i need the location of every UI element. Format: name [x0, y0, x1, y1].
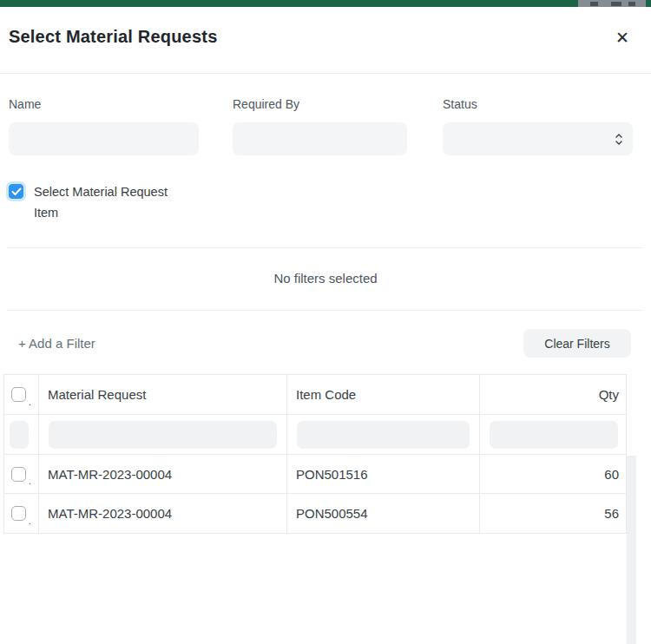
close-button[interactable]: ✕ [609, 24, 635, 50]
required-by-input[interactable] [233, 122, 407, 155]
add-filter-link[interactable]: + Add a Filter [18, 336, 95, 351]
name-field: Name [9, 97, 199, 155]
item-code-filter-cell [287, 415, 480, 454]
row-checkbox-cell: . [4, 455, 39, 493]
column-header-material-request: Material Request [39, 375, 287, 414]
table-row[interactable]: . MAT-MR-2023-00004 PON500554 56 [4, 494, 626, 533]
results-table: . Material Request Item Code Qty . [3, 374, 627, 534]
select-material-request-item-row: Select Material Request Item [9, 181, 183, 223]
column-header-qty: Qty [480, 375, 628, 414]
status-field: Status [443, 97, 633, 155]
close-icon: ✕ [615, 28, 629, 47]
fragment-green [646, 0, 651, 7]
material-request-filter-cell [39, 415, 287, 454]
checkbox-label: Select Material Request Item [34, 181, 183, 223]
table-row[interactable]: . MAT-MR-2023-00004 PON501516 60 [4, 455, 626, 494]
required-by-field: Required By [233, 97, 407, 155]
select-material-request-item-checkbox[interactable] [9, 184, 23, 199]
table-filter-row [4, 415, 626, 455]
truncated-text-dot: . [29, 398, 31, 414]
navbar-strip [0, 0, 578, 7]
fragment-dash [611, 2, 621, 6]
clear-filters-button[interactable]: Clear Filters [523, 329, 631, 358]
name-field-label: Name [9, 97, 199, 111]
item-code-filter-input[interactable] [297, 421, 470, 449]
qty-cell: 60 [480, 455, 628, 493]
status-select[interactable] [443, 122, 633, 155]
row-checkbox-cell: . [4, 494, 39, 533]
divider [7, 310, 644, 311]
page-behind-strip [0, 0, 651, 7]
material-request-filter-input[interactable] [49, 421, 277, 449]
checkbox-column-filter-cell [4, 415, 39, 454]
fragment-dash [628, 2, 635, 6]
item-code-cell: PON500554 [287, 494, 480, 533]
name-input[interactable] [9, 122, 199, 155]
divider [7, 247, 644, 248]
qty-cell: 56 [480, 494, 628, 533]
dialog-title: Select Material Requests [9, 27, 217, 47]
checkbox-column-filter [10, 421, 29, 449]
column-header-item-code: Item Code [287, 375, 480, 414]
fragment-dash [590, 2, 598, 6]
dialog-header: Select Material Requests ✕ [0, 7, 651, 74]
material-request-cell[interactable]: MAT-MR-2023-00004 [39, 455, 287, 493]
truncated-text-dot: . [29, 516, 31, 533]
filters-empty-text: No filters selected [0, 271, 651, 286]
required-by-field-label: Required By [233, 97, 407, 111]
truncated-text-dot: . [29, 476, 31, 493]
table-scrollbar-track[interactable] [627, 456, 636, 644]
row-checkbox[interactable] [11, 506, 26, 521]
qty-filter-input[interactable] [490, 421, 618, 449]
status-field-label: Status [443, 97, 633, 111]
table-header-row: . Material Request Item Code Qty [4, 375, 626, 415]
qty-filter-cell [480, 415, 628, 454]
material-request-cell[interactable]: MAT-MR-2023-00004 [39, 494, 287, 533]
select-all-cell: . [4, 375, 39, 414]
checkmark-icon [11, 187, 22, 196]
select-material-requests-dialog: Select Material Requests ✕ Name Required… [0, 0, 651, 644]
row-checkbox[interactable] [11, 467, 26, 482]
page-behind-fragment [578, 0, 651, 7]
select-all-checkbox[interactable] [11, 387, 26, 402]
item-code-cell: PON501516 [287, 455, 480, 493]
